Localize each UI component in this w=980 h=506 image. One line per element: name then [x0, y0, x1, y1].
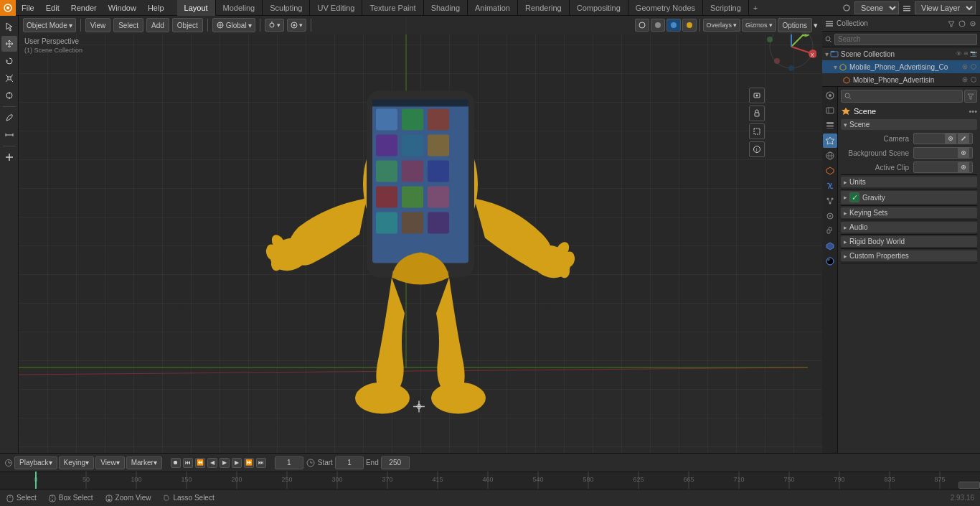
- tab-world[interactable]: [823, 149, 837, 163]
- add-workspace-button[interactable]: +: [749, 4, 762, 12]
- options-btn[interactable]: Options: [778, 18, 812, 32]
- lock-view-btn[interactable]: [749, 106, 765, 121]
- workspace-sculpting[interactable]: Sculpting: [263, 0, 310, 16]
- annotate-tool[interactable]: [1, 110, 17, 126]
- workspace-geometry-nodes[interactable]: Geometry Nodes: [628, 0, 703, 16]
- tab-scene[interactable]: [823, 133, 837, 148]
- scene-section-toggle[interactable]: ▾ Scene: [841, 119, 977, 130]
- jump-start-btn[interactable]: ⏮: [183, 458, 193, 468]
- workspace-uv-editing[interactable]: UV Editing: [310, 0, 362, 16]
- active-clip-field[interactable]: [913, 161, 973, 173]
- render-shading[interactable]: [682, 19, 697, 32]
- cursor-icon[interactable]: ⊕: [963, 50, 969, 57]
- add-menu[interactable]: Add: [146, 18, 169, 32]
- units-toggle[interactable]: ▸ Units: [841, 177, 977, 187]
- snap-toggle[interactable]: ▾: [265, 19, 284, 32]
- add-object-tool[interactable]: [1, 149, 17, 165]
- camera-view-btn[interactable]: [749, 88, 765, 103]
- camera-field[interactable]: [913, 133, 973, 144]
- menu-edit[interactable]: Edit: [40, 0, 65, 16]
- cursor-tool[interactable]: [1, 19, 17, 34]
- proportional-edit[interactable]: ▾: [287, 19, 306, 32]
- next-keyframe-btn[interactable]: ⏩: [244, 458, 254, 468]
- menu-file[interactable]: File: [16, 0, 40, 16]
- play-btn[interactable]: ▶: [220, 458, 230, 468]
- keying-dropdown[interactable]: Keying ▾: [59, 456, 95, 469]
- select-menu[interactable]: Select: [113, 18, 143, 32]
- outliner-item-1[interactable]: Mobile_Phone_Advertisin: [822, 73, 980, 86]
- settings-icon[interactable]: [969, 19, 977, 28]
- workspace-shading[interactable]: Shading: [424, 0, 468, 16]
- transform-space[interactable]: Global ▾: [212, 18, 255, 32]
- view-menu[interactable]: View: [85, 18, 111, 32]
- jump-end-btn[interactable]: ⏭: [256, 458, 266, 468]
- start-frame-input[interactable]: 1: [335, 456, 364, 469]
- audio-toggle[interactable]: ▸ Audio: [841, 222, 977, 233]
- custom-props-toggle[interactable]: ▸ Custom Properties: [841, 250, 977, 261]
- timeline-scroll[interactable]: [958, 482, 980, 489]
- workspace-scripting[interactable]: Scripting: [703, 0, 749, 16]
- scene-collection-item[interactable]: ▾ Scene Collection 👁 ⊕ 📷: [822, 47, 980, 60]
- measure-tool[interactable]: [1, 127, 17, 143]
- tab-particles[interactable]: [823, 194, 837, 208]
- record-btn[interactable]: ⏺: [171, 458, 181, 468]
- 3d-viewport[interactable]: Object Mode ▾ View Select Add Object Glo…: [19, 16, 822, 453]
- scale-tool[interactable]: [1, 70, 17, 86]
- workspace-animation[interactable]: Animation: [468, 0, 518, 16]
- workspace-modeling[interactable]: Modeling: [216, 0, 263, 16]
- tab-render[interactable]: [823, 88, 837, 103]
- rotate-tool[interactable]: [1, 53, 17, 69]
- playback-dropdown[interactable]: Playback ▾: [14, 456, 57, 469]
- move-tool[interactable]: [1, 36, 17, 52]
- viewport-info-btn[interactable]: i: [749, 141, 765, 157]
- timeline-track[interactable]: 0 50 100 150 200 250 300 370 415 460 540…: [0, 472, 980, 489]
- prev-keyframe-btn[interactable]: ⏪: [195, 458, 205, 468]
- tab-physics[interactable]: [823, 209, 837, 223]
- gizmo-toggle[interactable]: Gizmos ▾: [742, 19, 776, 32]
- tab-object[interactable]: [823, 164, 837, 178]
- tab-object-data[interactable]: [823, 239, 837, 253]
- background-scene-field[interactable]: [913, 147, 973, 159]
- transform-tool[interactable]: [1, 88, 17, 103]
- tab-material[interactable]: [823, 254, 837, 268]
- view-layer-selector[interactable]: View Layer: [915, 1, 976, 14]
- marker-dropdown[interactable]: Marker ▾: [126, 456, 162, 469]
- menu-window[interactable]: Window: [103, 0, 142, 16]
- render-region-btn[interactable]: [749, 123, 765, 139]
- tab-constraints[interactable]: [823, 224, 837, 238]
- camera-edit-icon[interactable]: [958, 133, 969, 144]
- sync-icon[interactable]: [958, 19, 966, 28]
- solid-shading[interactable]: [651, 19, 665, 32]
- render-vis-icon[interactable]: 📷: [970, 50, 977, 57]
- camera-pick-icon[interactable]: [945, 133, 956, 144]
- workspace-rendering[interactable]: Rendering: [518, 0, 570, 16]
- clip-pick-icon[interactable]: [958, 161, 969, 173]
- menu-render[interactable]: Render: [65, 0, 103, 16]
- current-frame-input[interactable]: 1: [275, 456, 303, 469]
- next-frame-btn[interactable]: ▶: [232, 458, 242, 468]
- material-shading[interactable]: [666, 19, 681, 32]
- wireframe-shading[interactable]: [635, 19, 649, 32]
- scene-options-btn[interactable]: •••: [969, 107, 977, 116]
- rigid-body-toggle[interactable]: ▸ Rigid Body World: [841, 236, 977, 247]
- gravity-toggle[interactable]: ▸ ✓ Gravity: [841, 191, 977, 204]
- object-mode-dropdown[interactable]: Object Mode ▾: [23, 18, 76, 32]
- workspace-layout[interactable]: Layout: [177, 0, 216, 16]
- tab-view-layer[interactable]: [823, 118, 837, 133]
- outliner-item-0[interactable]: ▾ Mobile_Phone_Advertising_Co: [822, 60, 980, 73]
- background-pick-icon[interactable]: [958, 147, 969, 159]
- props-filter-btn[interactable]: [964, 90, 977, 103]
- overlay-toggle[interactable]: Overlays ▾: [703, 19, 741, 32]
- tab-modifier[interactable]: [823, 179, 837, 193]
- render-icon-1[interactable]: [970, 76, 977, 83]
- outliner-search-input[interactable]: [834, 34, 977, 45]
- visibility-icon-1[interactable]: [961, 76, 969, 83]
- prev-frame-btn[interactable]: ◀: [207, 458, 217, 468]
- view-dropdown[interactable]: View ▾: [95, 456, 125, 469]
- keying-sets-toggle[interactable]: ▸ Keying Sets: [841, 207, 977, 218]
- object-menu[interactable]: Object: [172, 18, 203, 32]
- workspace-texture-paint[interactable]: Texture Paint: [362, 0, 423, 16]
- filter-icon[interactable]: [947, 19, 956, 28]
- visibility-icon-0[interactable]: [961, 63, 969, 70]
- workspace-compositing[interactable]: Compositing: [570, 0, 628, 16]
